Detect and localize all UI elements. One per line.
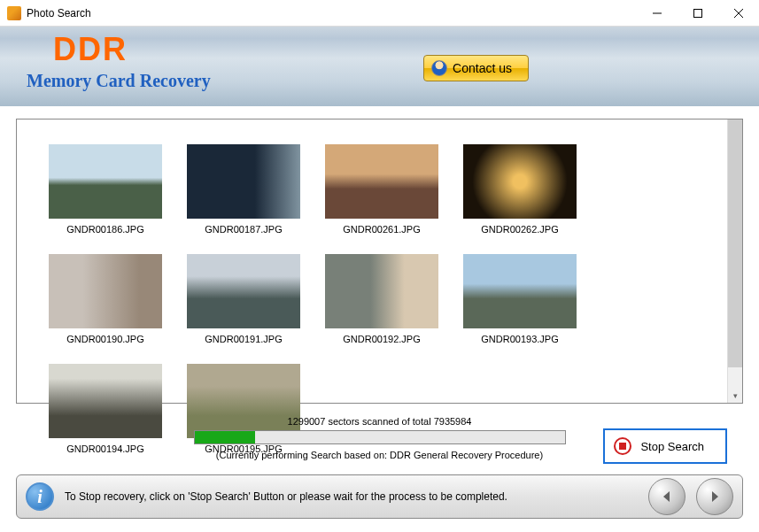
thumbnail-image: [49, 254, 162, 328]
scrollbar[interactable]: ▾: [727, 120, 742, 403]
scrollbar-thumb[interactable]: [728, 120, 742, 367]
minimize-button[interactable]: [637, 0, 678, 27]
progress-bar: [194, 430, 566, 444]
thumbnail-filename: GNDR00193.JPG: [481, 334, 558, 344]
thumbnail-item[interactable]: GNDR00190.JPG: [49, 254, 162, 344]
app-icon: [7, 6, 21, 20]
scrollbar-down-icon[interactable]: ▾: [728, 388, 742, 403]
thumbnail-item[interactable]: GNDR00193.JPG: [463, 254, 577, 344]
thumbnail-filename: GNDR00190.JPG: [66, 334, 143, 344]
window-title: Photo Search: [27, 7, 637, 19]
stop-search-label: Stop Search: [640, 440, 704, 453]
progress-fill: [195, 431, 256, 443]
progress-status-text: 1299007 sectors scanned of total 7935984: [16, 416, 743, 427]
thumbnail-item[interactable]: GNDR00187.JPG: [187, 144, 300, 235]
stop-search-button[interactable]: Stop Search: [603, 428, 727, 464]
svg-rect-1: [694, 9, 702, 17]
stop-icon: [614, 437, 631, 455]
thumbnail-filename: GNDR00261.JPG: [343, 224, 420, 235]
footer-bar: i To Stop recovery, click on 'Stop Searc…: [16, 474, 743, 519]
thumbnail-filename: GNDR00262.JPG: [481, 224, 558, 235]
contact-us-button[interactable]: Contact us: [423, 55, 529, 81]
thumbnail-image: [325, 144, 438, 219]
next-button[interactable]: [696, 478, 733, 515]
close-button[interactable]: [718, 0, 759, 27]
thumbnail-filename: GNDR00187.JPG: [205, 224, 282, 235]
thumbnail-item[interactable]: GNDR00261.JPG: [325, 144, 438, 235]
thumbnail-item[interactable]: GNDR00191.JPG: [187, 254, 300, 344]
thumbnail-image: [187, 144, 300, 219]
thumbnail-image: [325, 254, 438, 328]
info-icon: i: [26, 482, 54, 511]
progress-row: 1299007 sectors scanned of total 7935984…: [16, 416, 743, 460]
contact-us-label: Contact us: [453, 61, 512, 75]
thumbnail-filename: GNDR00186.JPG: [66, 224, 143, 235]
thumbnail-filename: GNDR00191.JPG: [205, 334, 282, 344]
thumbnail-image: [463, 144, 577, 219]
thumbnail-image: [187, 254, 300, 328]
footer-hint-text: To Stop recovery, click on 'Stop Search'…: [65, 490, 638, 503]
thumbnail-image: [49, 144, 162, 219]
product-subtitle: Memory Card Recovery: [27, 71, 759, 91]
thumbnail-item[interactable]: GNDR00192.JPG: [325, 254, 438, 344]
thumbnail-filename: GNDR00192.JPG: [343, 334, 420, 344]
content-area: GNDR00186.JPG GNDR00187.JPG GNDR00261.JP…: [0, 106, 759, 469]
logo-text: DDR: [53, 34, 759, 66]
thumbnail-item[interactable]: GNDR00186.JPG: [49, 144, 162, 235]
titlebar: Photo Search: [0, 0, 759, 27]
thumbnail-image: [463, 254, 577, 328]
person-icon: [431, 60, 447, 76]
thumbnail-item[interactable]: GNDR00262.JPG: [463, 144, 577, 235]
maximize-button[interactable]: [678, 0, 718, 27]
header-panel: DDR Memory Card Recovery Contact us: [0, 27, 759, 106]
back-button[interactable]: [648, 478, 685, 515]
results-panel: GNDR00186.JPG GNDR00187.JPG GNDR00261.JP…: [16, 119, 743, 404]
